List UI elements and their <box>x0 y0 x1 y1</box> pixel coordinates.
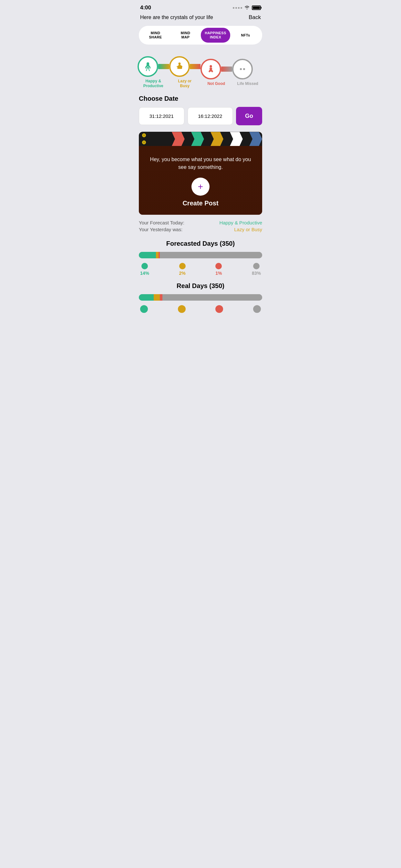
clapperboard-screws <box>142 132 146 146</box>
real-dot-red <box>215 305 223 313</box>
chevrons-row <box>150 132 262 146</box>
date-input-start[interactable]: 31:12:2021 <box>139 107 184 125</box>
real-percent-red <box>215 305 223 313</box>
choose-date-title: Choose Date <box>139 95 262 102</box>
node-lazy-circle <box>169 56 190 77</box>
post-add-button[interactable]: + <box>191 178 210 196</box>
happiness-nodes: Happy & Productive <box>134 51 267 89</box>
percent-dot-red <box>215 263 222 269</box>
svg-rect-6 <box>177 66 182 69</box>
percent-dot-yellow <box>179 263 186 269</box>
real-dot-green <box>140 305 148 313</box>
header: Here are the crystals of your life Back <box>134 12 267 26</box>
screw-bottom <box>142 141 146 144</box>
percent-item-yellow: 2% <box>179 263 186 276</box>
percent-text-yellow: 2% <box>179 271 186 276</box>
node-happy: Happy & Productive <box>137 56 169 89</box>
connector-yellow-red <box>190 64 201 69</box>
connector-red-gray <box>221 66 232 72</box>
real-percent-green <box>140 305 148 313</box>
signal-icon <box>233 7 242 9</box>
tab-nfts[interactable]: NFTs <box>231 30 260 41</box>
percent-text-green: 14% <box>140 271 149 276</box>
svg-point-9 <box>240 68 242 70</box>
percent-dot-green <box>142 263 148 269</box>
date-input-end[interactable]: 16:12:2022 <box>188 107 233 125</box>
status-icons <box>233 5 261 11</box>
real-bar-yellow <box>154 294 160 301</box>
tab-mind-share[interactable]: MINDSHARE <box>141 28 170 42</box>
tab-happiness-index[interactable]: HAPPINESSINDEX <box>201 28 230 42</box>
percent-text-gray: 83% <box>252 271 261 276</box>
real-bar-green <box>139 294 154 301</box>
status-time: 4:00 <box>140 4 151 11</box>
go-button[interactable]: Go <box>236 107 262 125</box>
node-happy-label: Happy & Productive <box>137 79 169 89</box>
forecasted-progress-bar <box>139 252 262 258</box>
real-percent-row <box>139 305 262 316</box>
real-percent-gray <box>253 305 261 313</box>
post-body: Hey, you become what you see what do you… <box>139 146 262 215</box>
percent-dot-gray <box>253 263 259 269</box>
forecast-section: Your Forecast Today: Happy & Productive … <box>134 215 267 232</box>
percent-item-gray: 83% <box>252 263 261 276</box>
real-days-title: Real Days (350) <box>139 282 262 290</box>
percent-text-red: 1% <box>215 271 222 276</box>
node-happy-circle <box>137 56 158 77</box>
real-bar-red <box>160 294 162 301</box>
forecasted-percent-row: 14% 2% 1% 83% <box>139 263 262 276</box>
node-lifemissed-circle <box>232 59 253 80</box>
forecasted-bar-gray <box>160 252 262 258</box>
plus-icon: + <box>198 182 203 191</box>
forecasted-bar-yellow <box>156 252 158 258</box>
node-lifemissed-label: Life Missed <box>237 82 258 86</box>
battery-icon <box>252 5 261 10</box>
real-dot-yellow <box>178 305 186 313</box>
wifi-icon <box>244 5 250 11</box>
choose-date-section: Choose Date 31:12:2021 16:12:2022 Go <box>134 89 267 125</box>
node-lifemissed: Life Missed <box>232 59 264 86</box>
node-lazy: Lazy orBusy <box>169 56 201 89</box>
create-post-card: Hey, you become what you see what do you… <box>139 132 262 215</box>
node-notgood: Not Good <box>201 59 232 86</box>
real-days-section: Real Days (350) <box>134 276 267 321</box>
screw-top <box>142 133 146 137</box>
forecast-today-label: Your Forecast Today: <box>139 220 184 225</box>
tab-mind-map[interactable]: MINDMAP <box>171 28 200 42</box>
forecast-yesterday-row: Your Yesterday was: Lazy or Busy <box>139 227 262 232</box>
svg-point-1 <box>147 62 149 65</box>
forecast-yesterday-value: Lazy or Busy <box>234 227 262 232</box>
percent-item-green: 14% <box>140 263 149 276</box>
real-percent-yellow <box>178 305 186 313</box>
node-notgood-circle <box>201 59 221 80</box>
svg-point-5 <box>179 63 181 65</box>
connector-green-yellow <box>158 64 169 69</box>
back-button[interactable]: Back <box>249 14 261 21</box>
forecast-today-row: Your Forecast Today: Happy & Productive <box>139 220 262 225</box>
svg-point-10 <box>243 68 245 70</box>
percent-item-red: 1% <box>215 263 222 276</box>
tab-bar: MINDSHARE MINDMAP HAPPINESSINDEX NFTs <box>139 26 262 44</box>
date-row: 31:12:2021 16:12:2022 Go <box>139 107 262 125</box>
forecasted-days-title: Forecasted Days (350) <box>139 240 262 247</box>
forecast-yesterday-label: Your Yesterday was: <box>139 227 182 232</box>
header-subtitle: Here are the crystals of your life <box>140 14 213 20</box>
real-dot-gray <box>253 305 261 313</box>
svg-point-8 <box>210 65 212 67</box>
post-text: Hey, you become what you see what do you… <box>145 156 256 171</box>
forecasted-bar-green <box>139 252 156 258</box>
forecasted-days-section: Forecasted Days (350) 14% 2% 1% 83% <box>134 234 267 276</box>
real-progress-bar <box>139 294 262 301</box>
clapperboard-header <box>139 132 262 146</box>
status-bar: 4:00 <box>134 0 267 12</box>
node-lazy-label: Lazy orBusy <box>178 79 191 89</box>
node-notgood-label: Not Good <box>207 82 225 86</box>
forecast-today-value: Happy & Productive <box>219 220 262 225</box>
create-post-label: Create Post <box>145 199 256 207</box>
real-bar-gray <box>162 294 262 301</box>
